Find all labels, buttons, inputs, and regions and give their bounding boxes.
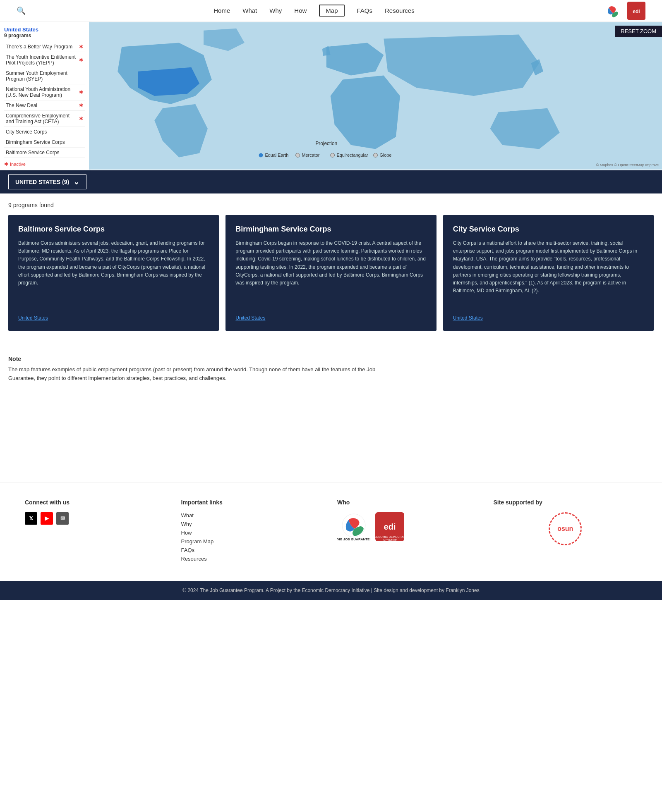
nav-why[interactable]: Why: [269, 7, 282, 14]
svg-text:Mercator: Mercator: [302, 153, 319, 158]
footer-link-why[interactable]: Why: [181, 521, 325, 527]
map-country-title: United States: [4, 26, 85, 33]
card-title-birmingham: Birmingham Service Corps: [235, 225, 426, 234]
svg-text:edi: edi: [633, 9, 640, 14]
svg-text:Equirectangular: Equirectangular: [337, 153, 369, 158]
footer-links-title: Important links: [181, 499, 325, 506]
jg-logo-large: THE JOB GUARANTEE: [337, 512, 370, 541]
footer-bottom: © 2024 The Job Guarantee Program. A Proj…: [0, 581, 662, 600]
svg-text:edi: edi: [384, 522, 396, 531]
svg-text:THE JOB GUARANTEE: THE JOB GUARANTEE: [337, 537, 370, 541]
footer-link-faqs[interactable]: FAQs: [181, 547, 325, 553]
svg-text:Equal Earth: Equal Earth: [265, 153, 288, 158]
footer-connect: Connect with us 𝕏 ▶ ✉: [25, 499, 169, 564]
card-title-city: City Service Corps: [453, 225, 644, 234]
svg-text:INITIATIVE: INITIATIVE: [383, 539, 397, 541]
footer-who: Who THE JOB GUARANTEE edi ECONOMIC DEMOC…: [337, 499, 481, 564]
footer-link-program-map[interactable]: Program Map: [181, 538, 325, 545]
map-program-birmingham[interactable]: Birmingham Service Corps: [4, 137, 85, 148]
footer-main: Connect with us 𝕏 ▶ ✉ Important links Wh…: [0, 482, 662, 581]
inactive-star-5: ✱: [79, 116, 83, 122]
svg-text:Globe: Globe: [379, 153, 391, 158]
footer-supported-title: Site supported by: [494, 499, 638, 506]
card-title-baltimore: Baltimore Service Corps: [18, 225, 209, 234]
nav-resources[interactable]: Resources: [385, 7, 415, 14]
svg-text:ECONOMIC DEMOCRACY: ECONOMIC DEMOCRACY: [375, 535, 404, 538]
osun-logo[interactable]: osun: [549, 512, 582, 545]
map-section: United States 9 programs There's a Bette…: [0, 21, 662, 170]
world-map: Projection Equal Earth Mercator Equirect…: [89, 21, 662, 170]
svg-point-9: [331, 153, 335, 158]
nav-home[interactable]: Home: [213, 7, 230, 14]
program-card-city: City Service Corps City Corps is a natio…: [443, 215, 654, 331]
twitter-icon[interactable]: 𝕏: [25, 512, 37, 525]
map-program-syep[interactable]: Summer Youth Employment Program (SYEP): [4, 68, 85, 84]
footer-links: Important links What Why How Program Map…: [181, 499, 325, 564]
note-text: The map features examples of public empl…: [8, 365, 381, 383]
edi-logo: edi: [627, 2, 645, 20]
footer-logos: THE JOB GUARANTEE edi ECONOMIC DEMOCRACY…: [337, 512, 481, 541]
spacer: [0, 399, 662, 482]
footer-who-title: Who: [337, 499, 481, 506]
map-program-yiepp[interactable]: The Youth Incentive Entitlement Pilot Pr…: [4, 52, 85, 68]
footer-link-resources[interactable]: Resources: [181, 556, 325, 562]
footer-link-what[interactable]: What: [181, 512, 325, 518]
nav-what[interactable]: What: [242, 7, 257, 14]
inactive-legend: ✱ Inactive: [4, 161, 85, 167]
svg-text:Projection: Projection: [315, 141, 337, 146]
edi-logo-large: edi ECONOMIC DEMOCRACY INITIATIVE: [375, 512, 404, 541]
youtube-icon[interactable]: ▶: [41, 512, 53, 525]
navbar: 🔍 Home What Why How Map FAQs Resources e…: [0, 0, 662, 21]
card-link-city[interactable]: United States: [453, 315, 644, 321]
nav-logos: edi: [602, 2, 645, 20]
note-section: Note The map features examples of public…: [0, 347, 662, 399]
map-program-nya[interactable]: National Youth Administration (U.S. New …: [4, 84, 85, 100]
inactive-star-3: ✱: [79, 89, 83, 95]
footer-site-supported: Site supported by osun: [494, 499, 638, 564]
map-program-ceta[interactable]: Comprehensive Employment and Training Ac…: [4, 111, 85, 127]
osun-logo-container: osun: [494, 512, 638, 545]
footer-link-how[interactable]: How: [181, 530, 325, 536]
nav-map[interactable]: Map: [319, 5, 344, 17]
programs-section: 9 programs found Baltimore Service Corps…: [0, 193, 662, 347]
filter-dropdown[interactable]: UNITED STATES (9) ⌄: [8, 174, 86, 189]
reset-zoom-button[interactable]: RESET ZOOM: [615, 26, 662, 37]
map-program-theres-better-way[interactable]: There's a Better Way Program ✱: [4, 42, 85, 52]
svg-point-5: [259, 153, 263, 158]
inactive-star-2: ✱: [79, 57, 83, 63]
card-link-baltimore[interactable]: United States: [18, 315, 209, 321]
footer-social: 𝕏 ▶ ✉: [25, 512, 169, 525]
map-program-new-deal[interactable]: The New Deal ✱: [4, 100, 85, 111]
jg-logo: [602, 2, 624, 20]
card-desc-birmingham: Birmingham Corps began in response to th…: [235, 239, 426, 287]
email-icon[interactable]: ✉: [56, 512, 69, 525]
filter-bar: UNITED STATES (9) ⌄: [0, 170, 662, 193]
footer-logo-jg[interactable]: THE JOB GUARANTEE: [337, 512, 370, 541]
nav-how[interactable]: How: [294, 7, 307, 14]
inactive-star-4: ✱: [79, 103, 83, 108]
map-overlay-panel: United States 9 programs There's a Bette…: [0, 21, 89, 170]
osun-label: osun: [557, 525, 573, 533]
map-country-count: 9 programs: [4, 33, 85, 38]
map-program-baltimore[interactable]: Baltimore Service Corps: [4, 148, 85, 158]
footer-copyright: © 2024 The Job Guarantee Program. A Proj…: [182, 588, 479, 593]
footer-connect-title: Connect with us: [25, 499, 169, 506]
chevron-down-icon: ⌄: [73, 177, 79, 186]
note-title: Note: [8, 356, 654, 362]
svg-point-11: [374, 153, 378, 158]
card-desc-baltimore: Baltimore Corps administers several jobs…: [18, 239, 209, 287]
filter-label: UNITED STATES (9): [15, 179, 69, 185]
program-card-baltimore: Baltimore Service Corps Baltimore Corps …: [8, 215, 219, 331]
map-credit: © Mapbox © OpenStreetMap Improve: [596, 163, 659, 167]
search-icon[interactable]: 🔍: [17, 6, 26, 15]
nav-faqs[interactable]: FAQs: [357, 7, 373, 14]
inactive-star-1: ✱: [79, 44, 83, 50]
card-link-birmingham[interactable]: United States: [235, 315, 426, 321]
nav-links: Home What Why How Map FAQs Resources: [213, 5, 414, 17]
programs-grid: Baltimore Service Corps Baltimore Corps …: [8, 215, 654, 331]
map-program-city-service-corps[interactable]: City Service Corps: [4, 127, 85, 137]
card-desc-city: City Corps is a national effort to share…: [453, 239, 644, 295]
program-card-birmingham: Birmingham Service Corps Birmingham Corp…: [225, 215, 436, 331]
footer-logo-edi[interactable]: edi ECONOMIC DEMOCRACY INITIATIVE: [375, 512, 404, 541]
svg-point-7: [296, 153, 300, 158]
